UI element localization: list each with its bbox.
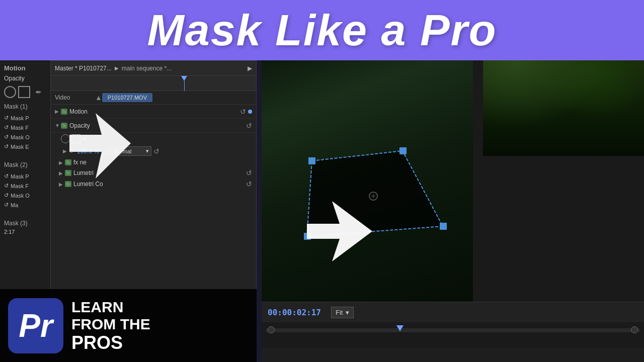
- mask2-header: Mask (2): [4, 161, 46, 168]
- opacity-rect-tool[interactable]: [71, 134, 80, 143]
- sub-effect-label-1[interactable]: fx ne: [73, 159, 252, 166]
- sub-effect-label-2[interactable]: Lumetri: [73, 169, 244, 176]
- video-label: Video: [55, 94, 95, 101]
- promo-text: LEARN FROM THE PROS: [71, 300, 150, 352]
- motion-effect-row: ▶ fx Motion ↺: [51, 105, 256, 119]
- preview-top: [262, 60, 644, 302]
- blend-mode-label: Normal: [114, 148, 131, 154]
- svg-rect-3: [399, 147, 407, 154]
- playhead-line: [184, 81, 185, 91]
- forest-bg: [483, 60, 644, 156]
- clip-area: P1010727.MOV: [102, 93, 252, 102]
- promo-line3: PROS: [71, 334, 150, 352]
- scrub-left-dot[interactable]: [268, 326, 275, 333]
- blend-reset-btn[interactable]: ↺: [153, 147, 159, 155]
- opacity-reset-btn[interactable]: ↺: [246, 122, 252, 130]
- fx-badge-opacity: fx: [61, 123, 67, 129]
- svg-rect-2: [308, 157, 315, 164]
- blend-expand-icon[interactable]: ▶: [63, 148, 69, 154]
- mask2-list: ↺Mask P ↺Mask F ↺Mask O ↺Ma: [4, 171, 46, 210]
- opacity-value[interactable]: 100.0 %: [77, 148, 99, 155]
- center-panel: Master * P1010727... ▶ main sequence *..…: [50, 60, 257, 322]
- expand-icon[interactable]: ▶: [248, 65, 252, 72]
- svg-marker-9: [307, 201, 372, 261]
- sub-expand-1[interactable]: ▶: [59, 160, 65, 165]
- list-item: ↺Mask O: [4, 191, 46, 200]
- timecode-bar: 00:00:02:17 Fit ▾: [262, 302, 644, 322]
- sub-effect-label-3[interactable]: Lumetri Co: [73, 180, 244, 188]
- clip-block[interactable]: P1010727.MOV: [102, 93, 152, 102]
- playhead-triangle: [181, 76, 187, 81]
- list-item: ↺Mask E: [4, 142, 46, 151]
- timeline-scrub[interactable]: [262, 322, 644, 347]
- sequence-label: main sequence *...: [122, 65, 172, 72]
- timeline-header[interactable]: [51, 76, 256, 91]
- blend-row: ▶ ⏱ 100.0 % ↺ Normal ▾ ↺: [51, 145, 256, 157]
- fit-label: Fit: [336, 309, 343, 316]
- sub-expand-2[interactable]: ▶: [59, 170, 65, 176]
- sub-expand-3[interactable]: ▶: [59, 182, 65, 187]
- keyframe-icon[interactable]: ⏱: [69, 148, 74, 154]
- opacity-collapse-icon[interactable]: ▼: [55, 123, 61, 128]
- opacity-value-reset[interactable]: ↺: [105, 147, 111, 155]
- promo-line1: LEARN: [71, 300, 150, 315]
- video-arrow-icon: [302, 191, 392, 282]
- shape-tools: ✒: [4, 86, 46, 98]
- blend-mode-dropdown[interactable]: Normal ▾: [111, 146, 151, 156]
- pen-tool[interactable]: ✒: [32, 86, 44, 98]
- sub-reset-2[interactable]: ↺: [246, 169, 252, 177]
- panel-arrow-icon: ▶: [115, 65, 119, 71]
- mask3-section: Mask (3) 2:17: [4, 220, 46, 235]
- fit-dropdown[interactable]: Fit ▾: [331, 307, 354, 318]
- promo-bar: Pr LEARN FROM THE PROS: [0, 289, 257, 362]
- list-item: ↺Mask F: [4, 123, 46, 132]
- opacity-effect-label[interactable]: Opacity: [69, 122, 244, 129]
- timecode-display: 00:00:02:17: [268, 308, 321, 317]
- motion-expand-icon[interactable]: ▶: [55, 109, 61, 114]
- list-item: ↺Mask P: [4, 113, 46, 123]
- fx-badge-3: fx: [65, 181, 71, 187]
- mask1-list: ↺Mask P ↺Mask F ↺Mask O ↺Mask E: [4, 113, 46, 151]
- forest-thumbnail: [483, 60, 644, 156]
- blend-mode-arrow-icon: ▾: [146, 148, 149, 154]
- list-item: ↺Mask P: [4, 171, 46, 181]
- svg-rect-4: [440, 223, 447, 230]
- header-title: Mask Like a Pro: [147, 5, 497, 56]
- motion-reset-btn[interactable]: ↺: [240, 108, 246, 116]
- fx-badge: fx: [61, 109, 67, 115]
- fit-dropdown-arrow-icon: ▾: [346, 309, 349, 316]
- track-expand-arrow[interactable]: ▲: [95, 94, 102, 102]
- mask2-section: Mask (2) ↺Mask P ↺Mask F ↺Mask O ↺Ma: [4, 161, 46, 210]
- mask1-header: Mask (1): [4, 103, 46, 110]
- rect-tool[interactable]: [18, 86, 30, 98]
- timestamp-label: 2:17: [4, 229, 46, 235]
- master-label: Master * P1010727...: [55, 65, 112, 72]
- mask3-header: Mask (3): [4, 220, 46, 227]
- panel-header: Master * P1010727... ▶ main sequence *..…: [51, 61, 256, 76]
- header-banner: Mask Like a Pro: [0, 0, 644, 60]
- list-item: ↺Ma: [4, 200, 46, 210]
- circle-tool[interactable]: [4, 86, 16, 98]
- opacity-label: Opacity: [4, 75, 46, 82]
- sub-effect-row-1: ▶ fx fx ne: [51, 157, 256, 167]
- pr-logo-letter: Pr: [19, 307, 53, 344]
- playhead-marker: [182, 76, 187, 91]
- preview-area: 00:00:02:17 Fit ▾: [262, 60, 644, 362]
- motion-track-bar: [248, 110, 252, 114]
- opacity-pen-tool[interactable]: ✒: [82, 135, 88, 143]
- premiere-pro-logo: Pr: [8, 298, 63, 353]
- video-section: Video ▲ P1010727.MOV: [51, 91, 256, 105]
- motion-effect-label[interactable]: Motion: [69, 108, 238, 115]
- sub-effect-row-2: ▶ fx Lumetri ↺: [51, 167, 256, 178]
- scrub-bar[interactable]: [266, 328, 640, 332]
- opacity-circle-tool[interactable]: [61, 134, 70, 143]
- list-item: ↺Mask O: [4, 132, 46, 142]
- motion-track-dot: [248, 110, 252, 114]
- sub-reset-3[interactable]: ↺: [246, 180, 252, 188]
- opacity-tools-row: ✒: [51, 133, 256, 145]
- scrub-right-dot[interactable]: [631, 326, 638, 333]
- motion-label: Motion: [4, 64, 46, 72]
- fx-badge-1: fx: [65, 159, 71, 165]
- scrub-handle[interactable]: [396, 325, 404, 331]
- sub-effect-row-3: ▶ fx Lumetri Co ↺: [51, 178, 256, 190]
